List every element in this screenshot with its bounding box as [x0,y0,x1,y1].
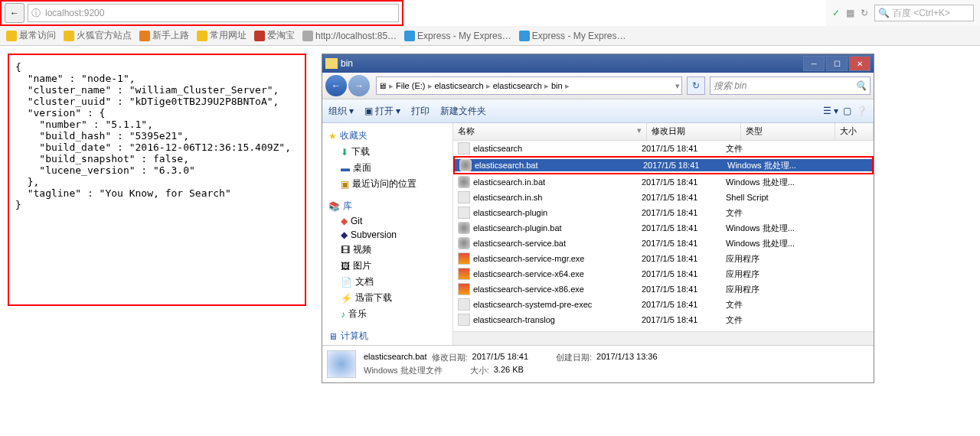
folder-icon [325,58,338,69]
breadcrumb-bar[interactable]: 🖥▸File (E:)▸elasticsearch▸elasticsearch▸… [376,76,682,95]
help-icon[interactable]: ❔ [856,106,867,116]
nav-forward-button[interactable]: → [348,75,370,96]
file-row[interactable]: elasticsearch-plugin.bat2017/1/5 18:41Wi… [453,220,874,236]
file-icon [458,252,470,265]
file-date: 2017/1/5 18:41 [642,315,726,324]
file-type: 应用程序 [726,253,810,265]
bookmark-icon [302,31,313,41]
bookmark-label: Express - My Expres… [417,31,511,41]
breadcrumb-dropdown-icon[interactable]: ▾ [675,81,680,91]
bookmark-item[interactable]: 火狐官方站点 [64,29,132,42]
file-row[interactable]: elasticsearch-translog2017/1/5 18:41文件 [453,312,874,327]
status-file-icon [327,350,356,378]
url-input[interactable]: ⓘ localhost:9200 [28,4,399,22]
bookmark-label: 最常访问 [19,29,56,42]
sidebar-desktop[interactable]: ▬桌面 [322,160,452,176]
bookmark-item[interactable]: 爱淘宝 [254,29,295,42]
bookmark-item[interactable]: 常用网址 [197,29,247,42]
sidebar-favorites[interactable]: ★收藏夹 [322,128,452,144]
print-button[interactable]: 打印 [411,105,430,118]
breadcrumb-root-icon: 🖥 [378,81,387,90]
reload-icon[interactable]: ↻ [861,8,868,18]
bookmark-label: 爱淘宝 [267,29,295,42]
page-content: { "name" : "node-1", "cluster_name" : "w… [0,46,980,391]
bookmark-label: 常用网址 [210,29,247,42]
file-type: 文件 [726,143,810,155]
file-row[interactable]: elasticsearch.in.bat2017/1/5 18:41Window… [453,174,874,190]
sidebar-pictures[interactable]: 🖼图片 [322,258,452,274]
file-date: 2017/1/5 18:41 [642,193,726,202]
explorer-search-input[interactable]: 搜索 bin 🔍 [710,76,871,95]
file-row[interactable]: elasticsearch-service-x64.exe2017/1/5 18… [453,266,874,281]
status-mod-label: 修改日期: [432,352,468,363]
file-type: Windows 批处理... [726,177,810,188]
maximize-button[interactable]: ☐ [826,56,848,71]
bookmark-item[interactable]: Express - My Expres… [519,31,626,41]
file-type: 文件 [726,207,810,219]
shield-icon[interactable]: ✓ [832,8,840,18]
sidebar-thunder[interactable]: ⚡迅雷下载 [322,290,452,306]
search-icon: 🔍 [855,80,867,91]
url-port: :9200 [81,8,104,18]
open-button[interactable]: ▣ 打开 ▾ [364,105,400,118]
file-row[interactable]: elasticsearch.bat2017/1/5 18:41Windows 批… [453,156,874,174]
bookmark-icon [6,31,17,41]
bookmark-item[interactable]: 新手上路 [139,29,189,42]
sidebar-recent[interactable]: ▣最近访问的位置 [322,176,452,192]
file-icon [458,207,470,219]
chevron-right-icon: ▸ [565,81,570,91]
sidebar-music[interactable]: ♪音乐 [322,306,452,322]
breadcrumb-segment[interactable]: File (E:) [396,81,426,90]
sidebar-downloads[interactable]: ⬇下载 [322,144,452,160]
file-row[interactable]: elasticsearch-service-x86.exe2017/1/5 18… [453,281,874,297]
file-row[interactable]: elasticsearch-plugin2017/1/5 18:41文件 [453,205,874,220]
refresh-button[interactable]: ↻ [687,76,705,95]
browser-search-input[interactable]: 🔍 百度 <Ctrl+K> [874,5,974,21]
organize-button[interactable]: 组织 ▾ [328,105,354,118]
file-row[interactable]: elasticsearch-service.bat2017/1/5 18:41W… [453,236,874,251]
breadcrumb-segment[interactable]: elasticsearch [435,81,484,90]
header-name[interactable]: 名称 ▾ [453,123,647,140]
sidebar-git[interactable]: ◆Git [322,214,452,228]
file-row[interactable]: elasticsearch2017/1/5 18:41文件 [453,141,874,156]
sidebar-svn[interactable]: ◆Subversion [322,228,452,242]
bookmark-item[interactable]: http://localhost:85… [302,31,397,41]
file-icon [458,298,470,311]
view-icon[interactable]: ☰ ▾ [823,106,838,116]
close-button[interactable]: ✕ [849,56,871,71]
back-button[interactable]: ← [5,3,24,23]
bookmark-icon [519,31,530,41]
sidebar-libraries[interactable]: 📚库 [322,198,452,214]
minimize-button[interactable]: ─ [803,56,825,71]
bookmark-label: 火狐官方站点 [77,29,132,42]
status-filename: elasticsearch.bat [364,352,427,363]
horizontal-scrollbar[interactable] [453,331,874,345]
new-folder-button[interactable]: 新建文件夹 [440,105,486,118]
file-row[interactable]: elasticsearch-service-mgr.exe2017/1/5 18… [453,251,874,266]
file-icon [459,159,472,171]
header-type[interactable]: 类型 [741,123,835,140]
sidebar-video[interactable]: 🎞视频 [322,242,452,258]
file-type: Shell Script [726,193,810,202]
grid-icon[interactable]: ▦ [846,8,854,18]
bookmark-item[interactable]: 最常访问 [6,29,56,42]
header-date[interactable]: 修改日期 [647,123,741,140]
file-date: 2017/1/5 18:41 [642,177,726,187]
nav-back-button[interactable]: ← [325,75,347,96]
bookmark-item[interactable]: Express - My Expres… [404,31,511,41]
breadcrumb-segment[interactable]: bin [551,81,563,90]
bookmark-icon [64,31,74,41]
title-bar[interactable]: bin ─ ☐ ✕ [322,54,874,73]
sidebar-computer[interactable]: 🖥计算机 [322,328,452,344]
breadcrumb-segment[interactable]: elasticsearch [493,81,542,90]
file-type: 文件 [726,299,810,311]
file-name: elasticsearch-translog [473,315,555,324]
file-row[interactable]: elasticsearch-systemd-pre-exec2017/1/5 1… [453,297,874,312]
preview-icon[interactable]: ▢ [843,106,851,116]
column-headers: 名称 ▾ 修改日期 类型 大小 [453,123,874,141]
file-name: elasticsearch [473,144,522,153]
search-icon: 🔍 [878,8,890,18]
file-row[interactable]: elasticsearch.in.sh2017/1/5 18:41Shell S… [453,190,874,205]
header-size[interactable]: 大小 [835,123,874,140]
sidebar-documents[interactable]: 📄文档 [322,274,452,290]
